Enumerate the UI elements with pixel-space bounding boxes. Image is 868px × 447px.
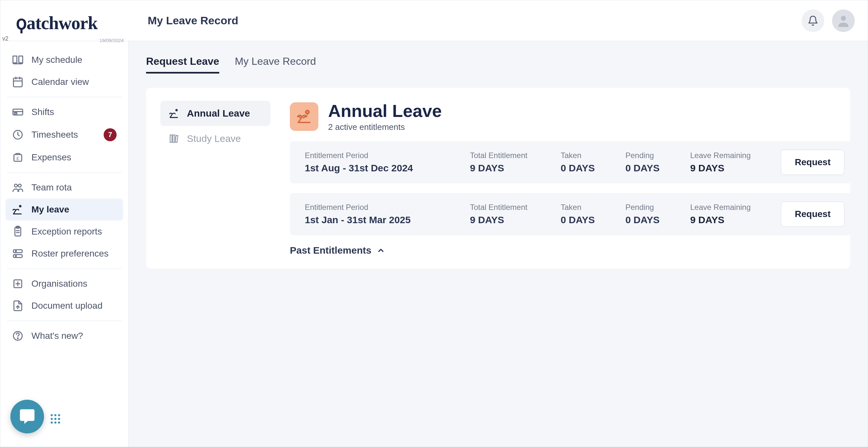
leave-type-annual-leave[interactable]: Annual Leave [160, 101, 271, 126]
total-value: 9 DAYS [470, 214, 557, 226]
svg-point-34 [51, 414, 53, 417]
build-date: 19/09/2024 [99, 37, 124, 43]
nav-label: My leave [31, 204, 117, 215]
entitlement-row: Entitlement Period1st Jan - 31st Mar 202… [290, 193, 859, 235]
timesheets-icon [12, 129, 24, 141]
whats-new-icon [12, 330, 24, 342]
svg-point-21 [16, 251, 17, 252]
svg-rect-20 [13, 255, 22, 258]
entitlement-row: Entitlement Period1st Aug - 31st Dec 202… [290, 141, 859, 183]
calendar-view-icon [12, 76, 24, 88]
logo-text: ϙatchwork [16, 13, 128, 34]
svg-point-1 [841, 16, 846, 21]
chat-icon [19, 408, 36, 425]
section-title: Annual Leave [328, 101, 442, 121]
nav-badge: 7 [104, 128, 117, 141]
taken-value: 0 DAYS [561, 214, 622, 226]
chat-button[interactable] [10, 400, 44, 434]
svg-point-29 [176, 110, 177, 111]
my-leave-icon [12, 204, 24, 215]
sidebar-item-timesheets[interactable]: Timesheets7 [5, 123, 123, 146]
col-label: Entitlement Period [305, 151, 467, 160]
sidebar-item-my-schedule[interactable]: My schedule [5, 49, 123, 71]
tab-request-leave[interactable]: Request Leave [146, 55, 219, 73]
palm-icon [169, 108, 180, 119]
svg-rect-2 [13, 78, 22, 87]
nav-label: My schedule [31, 55, 117, 65]
svg-rect-8 [14, 113, 17, 114]
notifications-button[interactable] [802, 9, 824, 32]
sidebar-item-shifts[interactable]: Shifts [5, 101, 123, 123]
svg-point-14 [20, 205, 21, 207]
past-entitlements-label: Past Entitlements [290, 245, 371, 256]
pending-value: 0 DAYS [625, 214, 687, 226]
svg-rect-31 [173, 135, 175, 143]
nav-label: Timesheets [31, 129, 96, 140]
svg-point-40 [51, 421, 53, 424]
sidebar-item-exception-reports[interactable]: Exception reports [5, 220, 123, 243]
col-label: Taken [561, 151, 622, 160]
col-label: Entitlement Period [305, 203, 467, 212]
col-label: Leave Remaining [690, 151, 778, 160]
period-value: 1st Jan - 31st Mar 2025 [305, 214, 467, 226]
nav-label: Team rota [31, 182, 117, 193]
document-upload-icon [12, 300, 24, 311]
bell-icon [807, 15, 818, 26]
svg-point-12 [14, 184, 18, 187]
svg-text:ϙatchwork: ϙatchwork [16, 13, 98, 33]
header: ϙatchwork 19/09/2024 v2 My Leave Record [0, 0, 868, 41]
col-label: Pending [625, 151, 687, 160]
logo: ϙatchwork 19/09/2024 [0, 7, 128, 34]
svg-text:£: £ [17, 155, 20, 161]
expenses-icon: £ [12, 152, 24, 163]
svg-point-22 [16, 256, 17, 257]
total-value: 9 DAYS [470, 162, 557, 174]
nav-label: Exception reports [31, 227, 117, 237]
svg-point-37 [51, 418, 53, 420]
svg-point-38 [54, 418, 57, 420]
chevron-up-icon [377, 246, 385, 255]
roster-preferences-icon [12, 248, 24, 260]
pending-value: 0 DAYS [625, 162, 687, 174]
svg-rect-32 [175, 136, 178, 143]
section-subtitle: 2 active entitlements [328, 122, 442, 132]
sidebar-item-roster-preferences[interactable]: Roster preferences [5, 243, 123, 265]
tab-my-leave-record[interactable]: My Leave Record [235, 55, 316, 73]
sidebar-item-organisations[interactable]: Organisations [5, 273, 123, 295]
user-avatar[interactable] [832, 9, 855, 32]
col-label: Total Entitlement [470, 203, 557, 212]
exception-reports-icon [12, 226, 24, 237]
leave-type-study-leave[interactable]: Study Leave [160, 126, 271, 151]
organisations-icon [12, 278, 24, 290]
sidebar-item-my-leave[interactable]: My leave [5, 199, 123, 220]
nav-label: Calendar view [31, 77, 117, 87]
col-label: Total Entitlement [470, 151, 557, 160]
shifts-icon [12, 106, 24, 118]
request-button[interactable]: Request [781, 150, 844, 175]
svg-point-41 [54, 421, 57, 424]
nav-label: Roster preferences [31, 248, 117, 259]
team-rota-icon [12, 182, 24, 193]
my-schedule-icon [12, 54, 24, 66]
request-button[interactable]: Request [781, 202, 844, 227]
sidebar-item-calendar-view[interactable]: Calendar view [5, 71, 123, 93]
sidebar-item-expenses[interactable]: £Expenses [5, 146, 123, 169]
remaining-value: 9 DAYS [690, 162, 778, 174]
sidebar-item-whats-new[interactable]: What's new? [5, 325, 123, 347]
svg-point-35 [54, 414, 57, 417]
version-tag: v2 [2, 35, 8, 42]
nav-label: Expenses [31, 152, 117, 162]
taken-value: 0 DAYS [561, 162, 622, 174]
nav-label: What's new? [31, 331, 117, 341]
app-switcher-icon[interactable] [50, 413, 61, 426]
past-entitlements-toggle[interactable]: Past Entitlements [290, 245, 859, 256]
period-value: 1st Aug - 31st Dec 2024 [305, 162, 467, 174]
main-content: Request LeaveMy Leave Record Annual Leav… [129, 41, 868, 447]
tabs: Request LeaveMy Leave Record [146, 55, 850, 73]
sidebar-item-document-upload[interactable]: Document upload [5, 295, 123, 317]
col-label: Taken [561, 203, 622, 212]
page-title: My Leave Record [148, 14, 238, 27]
svg-point-42 [58, 421, 60, 424]
sidebar-item-team-rota[interactable]: Team rota [5, 177, 123, 199]
leave-type-list: Annual LeaveStudy Leave [160, 101, 271, 256]
